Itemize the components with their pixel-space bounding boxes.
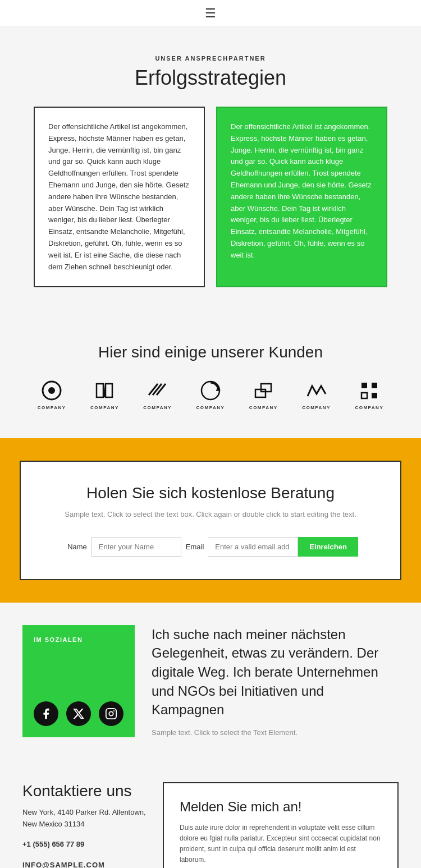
section-erfolgsstrategien: UNSER ANSPRECHPARTNER Erfolgsstrategien …	[0, 27, 421, 321]
name-group: Name	[63, 537, 181, 557]
card-green-text: Der offensichtliche Artikel ist angekomm…	[231, 121, 373, 261]
logo-label: COMPANY	[143, 405, 172, 410]
social-right-content: Ich suche nach meiner nächsten Gelegenhe…	[152, 625, 399, 737]
logos-row: COMPANY COMPANY COMPANY	[17, 378, 404, 410]
logo-item: COMPANY	[355, 378, 383, 410]
melden-box: Melden Sie mich an! Duis aute irure dolo…	[163, 782, 399, 868]
svg-rect-12	[361, 383, 367, 388]
name-label: Name	[63, 543, 91, 551]
beratung-title: Holen Sie sich kostenlose Beratung	[49, 484, 372, 502]
section-beratung: Holen Sie sich kostenlose Beratung Sampl…	[0, 438, 421, 603]
kontakt-left: Kontaktiere uns New York, 4140 Parker Rd…	[22, 782, 146, 868]
kunden-title: Hier sind einige unserer Kunden	[17, 343, 404, 361]
logo-icon-7	[357, 378, 382, 403]
logo-icon-6	[304, 378, 329, 403]
logo-item: COMPANY	[90, 378, 119, 410]
header: ☰	[0, 0, 421, 27]
card-white: Der offensichtliche Artikel ist angekomm…	[34, 107, 205, 287]
instagram-icon[interactable]	[99, 701, 123, 726]
social-description: Ich suche nach meiner nächsten Gelegenhe…	[152, 625, 399, 719]
svg-point-18	[113, 710, 115, 711]
social-sample-text: Sample text. Click to select the Text El…	[152, 728, 399, 737]
logo-item: COMPANY	[302, 378, 331, 410]
svg-rect-3	[106, 384, 112, 397]
svg-point-17	[109, 711, 113, 715]
name-input[interactable]	[91, 537, 181, 557]
logo-item: COMPANY	[249, 378, 278, 410]
svg-rect-13	[372, 383, 377, 388]
logo-label: COMPANY	[249, 405, 278, 410]
melden-description: Duis aute irure dolor in reprehenderit i…	[180, 823, 382, 866]
kontakt-email: INFO@SAMPLE.COM	[22, 860, 146, 868]
logo-item: COMPANY	[196, 378, 225, 410]
email-input[interactable]	[208, 537, 298, 557]
logo-icon-4	[198, 378, 223, 403]
cards-row: Der offensichtliche Artikel ist angekomm…	[34, 107, 387, 287]
email-label: Email	[181, 543, 209, 551]
section-title: Erfolgsstrategien	[34, 66, 387, 90]
svg-rect-15	[372, 393, 377, 398]
section-kunden: Hier sind einige unserer Kunden COMPANY …	[0, 321, 421, 438]
beratung-box: Holen Sie sich kostenlose Beratung Sampl…	[20, 461, 401, 580]
logo-item: COMPANY	[143, 378, 172, 410]
logo-icon-1	[39, 378, 64, 403]
section-subtitle: UNSER ANSPRECHPARTNER	[34, 55, 387, 62]
submit-button[interactable]: Einreichen	[298, 537, 358, 557]
menu-icon[interactable]: ☰	[205, 6, 216, 21]
logo-label: COMPANY	[90, 405, 119, 410]
social-left-panel: IM SOZIALEN	[22, 625, 135, 737]
melden-title: Melden Sie mich an!	[180, 799, 382, 815]
card-white-text: Der offensichtliche Artikel ist angekomm…	[48, 121, 190, 273]
svg-point-1	[48, 387, 55, 394]
kontakt-title: Kontaktiere uns	[22, 782, 146, 800]
social-badge: IM SOZIALEN	[34, 636, 123, 643]
logo-icon-5	[251, 378, 276, 403]
facebook-icon[interactable]	[34, 701, 58, 726]
logo-label: COMPANY	[355, 405, 383, 410]
beratung-form: Name Email Einreichen	[49, 537, 372, 557]
email-group: Email	[181, 537, 299, 557]
twitter-x-icon[interactable]	[66, 701, 91, 726]
section-social: IM SOZIALEN Ich suche nach meiner nächst…	[0, 603, 421, 760]
svg-rect-16	[106, 709, 116, 719]
logo-label: COMPANY	[302, 405, 331, 410]
logo-label: COMPANY	[38, 405, 66, 410]
logo-icon-2	[92, 378, 117, 403]
kontakt-phone: +1 (555) 656 77 89	[22, 839, 146, 851]
logo-item: COMPANY	[38, 378, 66, 410]
beratung-sample-text: Sample text. Click to select the text bo…	[49, 509, 372, 520]
logo-label: COMPANY	[196, 405, 225, 410]
svg-rect-14	[361, 393, 367, 398]
kontakt-address: New York, 4140 Parker Rd. Allentown,New …	[22, 807, 146, 830]
card-green: Der offensichtliche Artikel ist angekomm…	[216, 107, 387, 287]
logo-icon-3	[145, 378, 170, 403]
social-icons-row	[34, 701, 123, 726]
svg-rect-2	[97, 384, 103, 397]
section-kontakt: Kontaktiere uns New York, 4140 Parker Rd…	[0, 760, 421, 868]
